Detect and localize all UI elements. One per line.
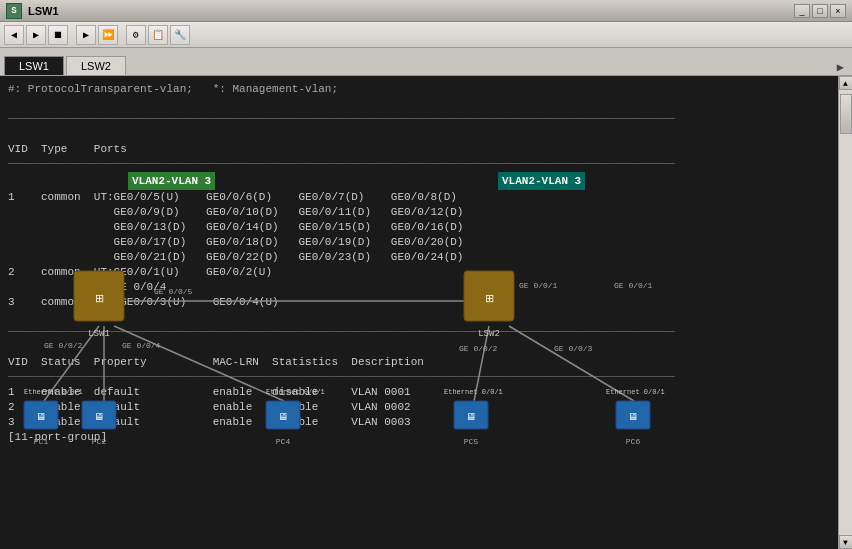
tab-scroll-right[interactable]: ▶ bbox=[833, 60, 848, 75]
console-vlan-row-2: 2 enable default enable disable VLAN 000… bbox=[8, 400, 830, 415]
console-separator-2: ────────────────────────────────────────… bbox=[8, 157, 830, 172]
console-line-7: GE 0/0/4 bbox=[8, 280, 830, 295]
console-line-5: GE0/0/21(D) GE0/0/22(D) GE0/0/23(D) GE0/… bbox=[8, 250, 830, 265]
vertical-scrollbar[interactable]: ▲ ▼ bbox=[838, 76, 852, 549]
toolbar-btn-settings[interactable]: ⚙ bbox=[126, 25, 146, 45]
window-title: LSW1 bbox=[28, 5, 794, 17]
app-icon-label: S bbox=[11, 6, 16, 16]
vlan-highlight-row: VLAN2-VLAN 3 VLAN2-VLAN 3 bbox=[8, 172, 830, 190]
minimize-button[interactable]: _ bbox=[794, 4, 810, 18]
app-icon: S bbox=[6, 3, 22, 19]
console-vlan-row-3: 3 enable default enable disable VLAN 000… bbox=[8, 415, 830, 430]
console-line-empty4 bbox=[8, 340, 830, 355]
toolbar-btn-fast[interactable]: ⏩ bbox=[98, 25, 118, 45]
scrollbar-down-button[interactable]: ▼ bbox=[839, 535, 853, 549]
toolbar-btn-run[interactable]: ▶ bbox=[76, 25, 96, 45]
toolbar-btn-stop[interactable]: ⏹ bbox=[48, 25, 68, 45]
console-vid-header: VID Type Ports bbox=[8, 142, 830, 157]
titlebar: S LSW1 _ □ × bbox=[0, 0, 852, 22]
console-vlan-row-1: 1 enable default enable disable VLAN 000… bbox=[8, 385, 830, 400]
toolbar-btn-copy[interactable]: 📋 bbox=[148, 25, 168, 45]
console-pane[interactable]: #: ProtocolTransparent-vlan; *: Manageme… bbox=[0, 76, 838, 549]
toolbar-btn-forward[interactable]: ▶ bbox=[26, 25, 46, 45]
scrollbar-track[interactable] bbox=[839, 90, 853, 535]
toolbar-btn-tools[interactable]: 🔧 bbox=[170, 25, 190, 45]
property-label: Property bbox=[94, 356, 147, 368]
console-line-empty3 bbox=[8, 310, 830, 325]
console-separator-3: ────────────────────────────────────────… bbox=[8, 325, 830, 340]
console-line-2: GE0/0/9(D) GE0/0/10(D) GE0/0/11(D) GE0/0… bbox=[8, 205, 830, 220]
console-separator-4: ────────────────────────────────────────… bbox=[8, 370, 830, 385]
console-vid-header2: VID Status Property MAC-LRN Statistics D… bbox=[8, 355, 830, 370]
toolbar: ◀ ▶ ⏹ ▶ ⏩ ⚙ 📋 🔧 bbox=[0, 22, 852, 48]
tab-lsw1[interactable]: LSW1 bbox=[4, 56, 64, 75]
scrollbar-thumb[interactable] bbox=[840, 94, 852, 134]
console-line-empty1 bbox=[8, 97, 830, 112]
console-line-empty2 bbox=[8, 127, 830, 142]
vlan-highlight-right: VLAN2-VLAN 3 bbox=[498, 172, 585, 190]
tab-bar: LSW1 LSW2 ▶ bbox=[0, 48, 852, 76]
main-area: #: ProtocolTransparent-vlan; *: Manageme… bbox=[0, 76, 852, 549]
window-controls[interactable]: _ □ × bbox=[794, 4, 846, 18]
toolbar-btn-back[interactable]: ◀ bbox=[4, 25, 24, 45]
console-line-6: 2 common UT:GE0/0/1(U) GE0/0/2(U) bbox=[8, 265, 830, 280]
console-line-4: GE0/0/17(D) GE0/0/18(D) GE0/0/19(D) GE0/… bbox=[8, 235, 830, 250]
console-separator-1: ────────────────────────────────────────… bbox=[8, 112, 830, 127]
console-port-group: [11-port-group] bbox=[8, 430, 830, 445]
scrollbar-up-button[interactable]: ▲ bbox=[839, 76, 853, 90]
console-line-1: 1 common UT:GE0/0/5(U) GE0/0/6(D) GE0/0/… bbox=[8, 190, 830, 205]
maximize-button[interactable]: □ bbox=[812, 4, 828, 18]
vlan-highlight-left: VLAN2-VLAN 3 bbox=[128, 172, 215, 190]
close-button[interactable]: × bbox=[830, 4, 846, 18]
console-line-8: 3 common UT: GE0/0/3(U) GE0/0/4(U) bbox=[8, 295, 830, 310]
console-line-header: #: ProtocolTransparent-vlan; *: Manageme… bbox=[8, 82, 830, 97]
console-line-3: GE0/0/13(D) GE0/0/14(D) GE0/0/15(D) GE0/… bbox=[8, 220, 830, 235]
tab-lsw2[interactable]: LSW2 bbox=[66, 56, 126, 75]
